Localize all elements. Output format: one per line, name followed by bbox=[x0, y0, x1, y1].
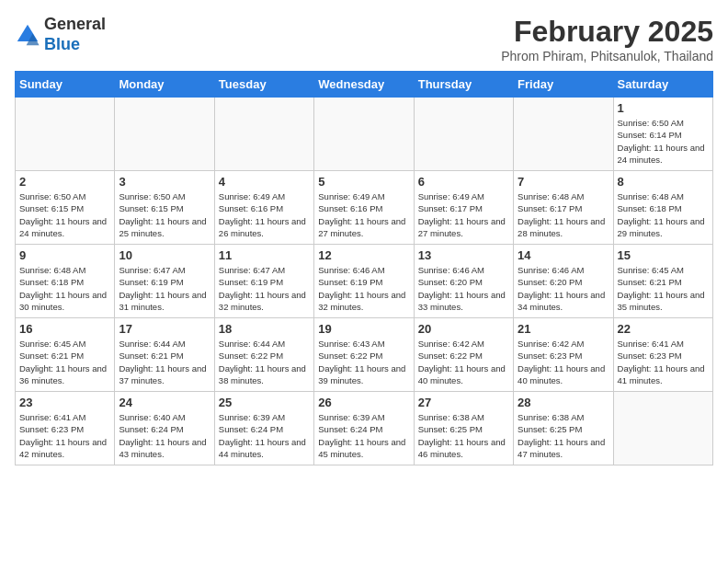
day-info: Sunrise: 6:44 AM Sunset: 6:22 PM Dayligh… bbox=[219, 338, 310, 386]
day-info: Sunrise: 6:42 AM Sunset: 6:22 PM Dayligh… bbox=[418, 338, 509, 386]
day-number: 27 bbox=[418, 396, 509, 409]
day-info: Sunrise: 6:45 AM Sunset: 6:21 PM Dayligh… bbox=[19, 338, 110, 386]
day-cell: 23Sunrise: 6:41 AM Sunset: 6:23 PM Dayli… bbox=[16, 392, 115, 465]
day-cell: 1Sunrise: 6:50 AM Sunset: 6:14 PM Daylig… bbox=[613, 98, 712, 171]
day-cell: 15Sunrise: 6:45 AM Sunset: 6:21 PM Dayli… bbox=[613, 245, 712, 318]
day-number: 2 bbox=[19, 175, 110, 189]
day-cell: 14Sunrise: 6:46 AM Sunset: 6:20 PM Dayli… bbox=[514, 245, 613, 318]
day-cell bbox=[115, 98, 214, 171]
day-number: 9 bbox=[19, 248, 110, 262]
calendar-title: February 2025 bbox=[501, 15, 713, 49]
logo-general: General bbox=[44, 15, 106, 33]
day-number: 8 bbox=[618, 175, 709, 189]
day-info: Sunrise: 6:45 AM Sunset: 6:21 PM Dayligh… bbox=[618, 264, 709, 313]
logo-text: General Blue bbox=[44, 15, 106, 54]
day-cell: 13Sunrise: 6:46 AM Sunset: 6:20 PM Dayli… bbox=[414, 245, 513, 318]
day-cell: 4Sunrise: 6:49 AM Sunset: 6:16 PM Daylig… bbox=[214, 171, 313, 245]
day-cell: 16Sunrise: 6:45 AM Sunset: 6:21 PM Dayli… bbox=[16, 318, 115, 392]
day-number: 3 bbox=[119, 175, 210, 189]
week-row-4: 23Sunrise: 6:41 AM Sunset: 6:23 PM Dayli… bbox=[16, 392, 713, 465]
day-number: 11 bbox=[219, 248, 310, 262]
day-cell: 12Sunrise: 6:46 AM Sunset: 6:19 PM Dayli… bbox=[314, 245, 414, 318]
logo-icon bbox=[15, 22, 40, 48]
day-number: 23 bbox=[19, 396, 110, 409]
day-cell: 25Sunrise: 6:39 AM Sunset: 6:24 PM Dayli… bbox=[214, 392, 313, 465]
day-number: 22 bbox=[618, 322, 709, 336]
day-cell: 3Sunrise: 6:50 AM Sunset: 6:15 PM Daylig… bbox=[115, 171, 214, 245]
day-info: Sunrise: 6:49 AM Sunset: 6:17 PM Dayligh… bbox=[418, 190, 509, 239]
day-info: Sunrise: 6:46 AM Sunset: 6:20 PM Dayligh… bbox=[518, 264, 609, 313]
day-info: Sunrise: 6:41 AM Sunset: 6:23 PM Dayligh… bbox=[19, 411, 110, 460]
day-cell: 10Sunrise: 6:47 AM Sunset: 6:19 PM Dayli… bbox=[115, 245, 214, 318]
day-info: Sunrise: 6:43 AM Sunset: 6:22 PM Dayligh… bbox=[318, 338, 409, 386]
day-info: Sunrise: 6:38 AM Sunset: 6:25 PM Dayligh… bbox=[418, 411, 509, 460]
day-cell bbox=[314, 98, 414, 171]
day-info: Sunrise: 6:50 AM Sunset: 6:15 PM Dayligh… bbox=[19, 190, 110, 239]
header-wednesday: Wednesday bbox=[314, 72, 414, 98]
day-number: 6 bbox=[418, 175, 509, 189]
day-info: Sunrise: 6:46 AM Sunset: 6:19 PM Dayligh… bbox=[318, 264, 409, 313]
day-info: Sunrise: 6:39 AM Sunset: 6:24 PM Dayligh… bbox=[219, 411, 310, 460]
header: General Blue February 2025 Phrom Phiram,… bbox=[15, 15, 713, 63]
day-cell: 27Sunrise: 6:38 AM Sunset: 6:25 PM Dayli… bbox=[414, 392, 513, 465]
day-cell: 2Sunrise: 6:50 AM Sunset: 6:15 PM Daylig… bbox=[16, 171, 115, 245]
day-number: 28 bbox=[518, 396, 609, 409]
day-cell bbox=[214, 98, 313, 171]
day-info: Sunrise: 6:47 AM Sunset: 6:19 PM Dayligh… bbox=[219, 264, 310, 313]
day-number: 20 bbox=[418, 322, 509, 336]
day-number: 1 bbox=[618, 101, 709, 115]
day-number: 4 bbox=[219, 175, 310, 189]
day-info: Sunrise: 6:49 AM Sunset: 6:16 PM Dayligh… bbox=[219, 190, 310, 239]
header-tuesday: Tuesday bbox=[214, 72, 313, 98]
day-info: Sunrise: 6:48 AM Sunset: 6:18 PM Dayligh… bbox=[19, 264, 110, 313]
day-cell: 22Sunrise: 6:41 AM Sunset: 6:23 PM Dayli… bbox=[613, 318, 712, 392]
day-cell: 19Sunrise: 6:43 AM Sunset: 6:22 PM Dayli… bbox=[314, 318, 414, 392]
day-number: 24 bbox=[119, 396, 210, 409]
day-number: 15 bbox=[618, 248, 709, 262]
day-info: Sunrise: 6:50 AM Sunset: 6:15 PM Dayligh… bbox=[119, 190, 210, 239]
header-saturday: Saturday bbox=[613, 72, 712, 98]
day-number: 13 bbox=[418, 248, 509, 262]
day-cell: 6Sunrise: 6:49 AM Sunset: 6:17 PM Daylig… bbox=[414, 171, 513, 245]
day-info: Sunrise: 6:44 AM Sunset: 6:21 PM Dayligh… bbox=[119, 338, 210, 386]
day-info: Sunrise: 6:48 AM Sunset: 6:17 PM Dayligh… bbox=[518, 190, 609, 239]
day-cell: 9Sunrise: 6:48 AM Sunset: 6:18 PM Daylig… bbox=[16, 245, 115, 318]
day-info: Sunrise: 6:39 AM Sunset: 6:24 PM Dayligh… bbox=[318, 411, 409, 460]
day-number: 18 bbox=[219, 322, 310, 336]
day-cell bbox=[514, 98, 613, 171]
day-number: 14 bbox=[518, 248, 609, 262]
day-number: 26 bbox=[318, 396, 409, 409]
day-info: Sunrise: 6:41 AM Sunset: 6:23 PM Dayligh… bbox=[618, 338, 709, 386]
day-cell: 26Sunrise: 6:39 AM Sunset: 6:24 PM Dayli… bbox=[314, 392, 414, 465]
day-info: Sunrise: 6:47 AM Sunset: 6:19 PM Dayligh… bbox=[119, 264, 210, 313]
day-info: Sunrise: 6:42 AM Sunset: 6:23 PM Dayligh… bbox=[518, 338, 609, 386]
day-number: 21 bbox=[518, 322, 609, 336]
day-cell: 5Sunrise: 6:49 AM Sunset: 6:16 PM Daylig… bbox=[314, 171, 414, 245]
day-number: 7 bbox=[518, 175, 609, 189]
day-number: 5 bbox=[318, 175, 409, 189]
logo: General Blue bbox=[15, 15, 106, 54]
title-area: February 2025 Phrom Phiram, Phitsanulok,… bbox=[501, 15, 713, 63]
day-cell: 21Sunrise: 6:42 AM Sunset: 6:23 PM Dayli… bbox=[514, 318, 613, 392]
day-cell bbox=[613, 392, 712, 465]
header-sunday: Sunday bbox=[16, 72, 115, 98]
day-cell bbox=[414, 98, 513, 171]
header-monday: Monday bbox=[115, 72, 214, 98]
day-number: 16 bbox=[19, 322, 110, 336]
day-info: Sunrise: 6:49 AM Sunset: 6:16 PM Dayligh… bbox=[318, 190, 409, 239]
day-cell: 24Sunrise: 6:40 AM Sunset: 6:24 PM Dayli… bbox=[115, 392, 214, 465]
day-cell: 18Sunrise: 6:44 AM Sunset: 6:22 PM Dayli… bbox=[214, 318, 313, 392]
calendar-header: SundayMondayTuesdayWednesdayThursdayFrid… bbox=[16, 72, 713, 98]
day-info: Sunrise: 6:48 AM Sunset: 6:18 PM Dayligh… bbox=[618, 190, 709, 239]
day-number: 25 bbox=[219, 396, 310, 409]
header-row: SundayMondayTuesdayWednesdayThursdayFrid… bbox=[16, 72, 713, 98]
day-cell: 17Sunrise: 6:44 AM Sunset: 6:21 PM Dayli… bbox=[115, 318, 214, 392]
week-row-0: 1Sunrise: 6:50 AM Sunset: 6:14 PM Daylig… bbox=[16, 98, 713, 171]
day-cell: 8Sunrise: 6:48 AM Sunset: 6:18 PM Daylig… bbox=[613, 171, 712, 245]
calendar-body: 1Sunrise: 6:50 AM Sunset: 6:14 PM Daylig… bbox=[16, 98, 713, 465]
day-cell: 7Sunrise: 6:48 AM Sunset: 6:17 PM Daylig… bbox=[514, 171, 613, 245]
week-row-3: 16Sunrise: 6:45 AM Sunset: 6:21 PM Dayli… bbox=[16, 318, 713, 392]
day-number: 12 bbox=[318, 248, 409, 262]
day-number: 17 bbox=[119, 322, 210, 336]
day-info: Sunrise: 6:46 AM Sunset: 6:20 PM Dayligh… bbox=[418, 264, 509, 313]
